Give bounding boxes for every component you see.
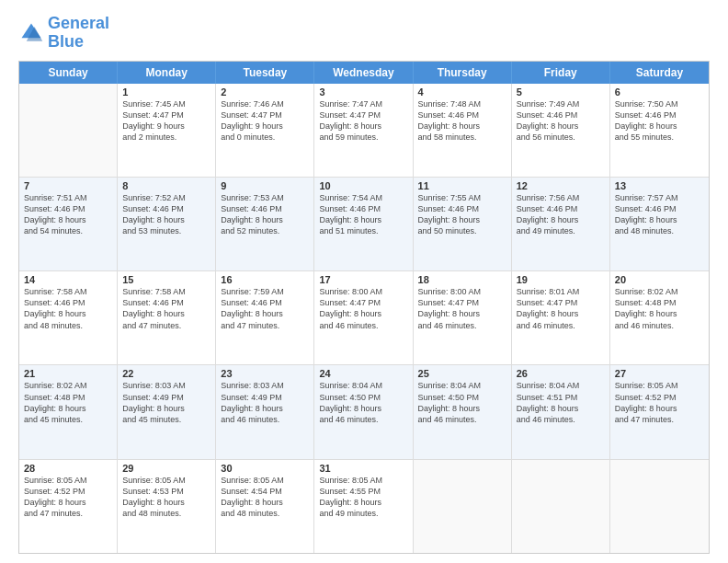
cal-cell: [19, 84, 118, 177]
cell-line: and 59 minutes.: [319, 132, 407, 143]
day-number: 15: [122, 274, 210, 285]
cell-line: Sunrise: 8:02 AM: [615, 286, 704, 297]
cell-line: Sunset: 4:46 PM: [517, 109, 605, 121]
day-number: 21: [24, 368, 112, 379]
cell-line: and 49 minutes.: [319, 508, 407, 519]
cell-line: and 48 minutes.: [122, 508, 210, 519]
day-number: 27: [615, 368, 704, 379]
day-number: 6: [615, 86, 704, 98]
cal-cell: 10Sunrise: 7:54 AMSunset: 4:46 PMDayligh…: [314, 178, 413, 270]
day-number: 1: [122, 86, 210, 98]
cell-line: Daylight: 8 hours: [517, 403, 605, 414]
cell-line: and 48 minutes.: [221, 508, 309, 519]
cell-line: Sunset: 4:47 PM: [319, 297, 407, 308]
cell-line: Sunrise: 8:02 AM: [24, 380, 112, 391]
day-number: 28: [24, 463, 112, 474]
calendar-header: SundayMondayTuesdayWednesdayThursdayFrid…: [19, 62, 709, 84]
general-blue-logo-icon: [18, 20, 44, 46]
cell-line: Sunset: 4:46 PM: [221, 297, 309, 308]
cell-line: Daylight: 8 hours: [122, 308, 210, 319]
logo-general: General: [48, 14, 109, 32]
day-number: 11: [418, 180, 506, 191]
cell-line: Sunrise: 8:05 AM: [122, 475, 210, 486]
cell-line: Sunset: 4:46 PM: [122, 203, 210, 214]
cal-cell: 12Sunrise: 7:56 AMSunset: 4:46 PMDayligh…: [512, 178, 610, 270]
cal-cell: 26Sunrise: 8:04 AMSunset: 4:51 PMDayligh…: [512, 365, 610, 458]
cal-header-day: Monday: [118, 62, 216, 84]
day-number: 2: [221, 86, 309, 98]
cal-cell: 4Sunrise: 7:48 AMSunset: 4:46 PMDaylight…: [414, 84, 512, 177]
cell-line: Sunset: 4:50 PM: [418, 392, 506, 403]
cal-cell: 23Sunrise: 8:03 AMSunset: 4:49 PMDayligh…: [216, 365, 314, 458]
cell-line: and 0 minutes.: [221, 132, 309, 143]
cell-line: Sunset: 4:46 PM: [24, 297, 112, 308]
header: General Blue: [18, 15, 710, 52]
cell-line: Daylight: 8 hours: [24, 214, 112, 225]
cal-cell: 1Sunrise: 7:45 AMSunset: 4:47 PMDaylight…: [118, 84, 216, 177]
cell-line: Sunset: 4:53 PM: [122, 486, 210, 497]
cell-line: Sunrise: 8:01 AM: [517, 286, 605, 297]
cal-cell: 24Sunrise: 8:04 AMSunset: 4:50 PMDayligh…: [314, 365, 413, 458]
cell-line: Sunrise: 7:59 AM: [221, 286, 309, 297]
cell-line: Sunset: 4:47 PM: [517, 297, 605, 308]
day-number: 24: [319, 368, 407, 379]
cell-line: and 45 minutes.: [122, 414, 210, 425]
cell-line: Sunrise: 7:55 AM: [418, 192, 506, 203]
cal-cell: 6Sunrise: 7:50 AMSunset: 4:46 PMDaylight…: [610, 84, 709, 177]
cell-line: Sunset: 4:47 PM: [418, 297, 506, 308]
cell-line: and 53 minutes.: [122, 225, 210, 236]
cell-line: Sunrise: 8:03 AM: [122, 380, 210, 391]
cal-cell: 5Sunrise: 7:49 AMSunset: 4:46 PMDaylight…: [512, 84, 610, 177]
cell-line: Daylight: 8 hours: [418, 214, 506, 225]
cell-line: Sunrise: 7:58 AM: [122, 286, 210, 297]
cell-line: Sunrise: 8:05 AM: [319, 475, 407, 486]
cell-line: Sunrise: 8:04 AM: [418, 380, 506, 391]
cal-cell: [512, 460, 610, 553]
day-number: 25: [418, 368, 506, 379]
cell-line: and 48 minutes.: [24, 320, 112, 331]
cell-line: Sunset: 4:46 PM: [517, 203, 605, 214]
cell-line: Sunrise: 8:05 AM: [24, 475, 112, 486]
cell-line: Sunset: 4:52 PM: [615, 392, 704, 403]
cal-week-row: 28Sunrise: 8:05 AMSunset: 4:52 PMDayligh…: [19, 460, 709, 553]
day-number: 19: [517, 274, 605, 285]
cell-line: Sunset: 4:46 PM: [221, 203, 309, 214]
cell-line: Daylight: 8 hours: [615, 214, 704, 225]
cell-line: Sunrise: 7:46 AM: [221, 98, 309, 109]
cal-cell: 9Sunrise: 7:53 AMSunset: 4:46 PMDaylight…: [216, 178, 314, 270]
cell-line: Daylight: 8 hours: [517, 308, 605, 319]
cal-cell: [610, 460, 709, 553]
cal-cell: 30Sunrise: 8:05 AMSunset: 4:54 PMDayligh…: [216, 460, 314, 553]
cal-cell: 3Sunrise: 7:47 AMSunset: 4:47 PMDaylight…: [314, 84, 413, 177]
cal-cell: 25Sunrise: 8:04 AMSunset: 4:50 PMDayligh…: [414, 365, 512, 458]
cal-cell: [414, 460, 512, 553]
cell-line: Daylight: 8 hours: [418, 308, 506, 319]
cell-line: Sunrise: 7:56 AM: [517, 192, 605, 203]
cell-line: Sunrise: 7:51 AM: [24, 192, 112, 203]
cal-cell: 8Sunrise: 7:52 AMSunset: 4:46 PMDaylight…: [118, 178, 216, 270]
cell-line: and 46 minutes.: [615, 320, 704, 331]
cell-line: Sunset: 4:47 PM: [319, 109, 407, 121]
cell-line: and 48 minutes.: [615, 225, 704, 236]
cell-line: Daylight: 8 hours: [24, 308, 112, 319]
day-number: 5: [517, 86, 605, 98]
cal-header-day: Tuesday: [216, 62, 314, 84]
cell-line: and 56 minutes.: [517, 132, 605, 143]
cell-line: Daylight: 8 hours: [319, 121, 407, 132]
cell-line: Sunset: 4:48 PM: [615, 297, 704, 308]
cal-header-day: Friday: [512, 62, 610, 84]
day-number: 9: [221, 180, 309, 191]
cell-line: Sunrise: 8:05 AM: [221, 475, 309, 486]
cell-line: Sunset: 4:51 PM: [517, 392, 605, 403]
cell-line: and 46 minutes.: [319, 414, 407, 425]
cell-line: Sunset: 4:46 PM: [122, 297, 210, 308]
page: General Blue SundayMondayTuesdayWednesda…: [0, 0, 728, 563]
cell-line: Sunset: 4:49 PM: [122, 392, 210, 403]
cell-line: Sunrise: 7:58 AM: [24, 286, 112, 297]
cell-line: and 2 minutes.: [122, 132, 210, 143]
cal-cell: 17Sunrise: 8:00 AMSunset: 4:47 PMDayligh…: [314, 271, 413, 364]
cell-line: Daylight: 8 hours: [319, 497, 407, 508]
logo-blue: Blue: [48, 32, 84, 51]
day-number: 10: [319, 180, 407, 191]
calendar-body: 1Sunrise: 7:45 AMSunset: 4:47 PMDaylight…: [19, 84, 709, 553]
